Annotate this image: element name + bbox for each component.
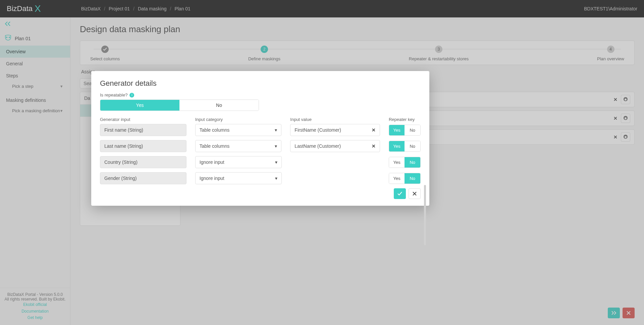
input-value-text: LastName (Customer) (294, 143, 341, 149)
clear-value-icon[interactable]: ✕ (372, 127, 376, 133)
input-category-select[interactable]: Table columns ▾ (195, 124, 282, 136)
input-row: Country (String) Ignore input ▾ Yes No (100, 156, 421, 168)
generator-input-name: First name (String) (100, 124, 186, 136)
header-input-category: Input category (195, 117, 282, 122)
repeater-no[interactable]: No (405, 125, 420, 135)
repeater-key-toggle: Yes No (389, 141, 421, 152)
input-category-value: Ignore input (200, 159, 224, 165)
input-category-value: Ignore input (200, 176, 224, 181)
repeater-key-toggle: Yes No (389, 157, 421, 168)
repeatable-toggle: Yes No (100, 100, 259, 111)
input-category-select[interactable]: Ignore input ▾ (195, 156, 282, 168)
header-repeater-key: Repeater key (389, 117, 421, 122)
chevron-down-icon: ▾ (275, 143, 277, 149)
input-row: Last name (String) Table columns ▾ LastN… (100, 140, 421, 152)
confirm-button[interactable] (394, 188, 406, 199)
chevron-down-icon: ▾ (275, 159, 277, 165)
input-value-text: FirstName (Customer) (294, 127, 341, 133)
generator-details-modal: Generator details Is repeatable? i Yes N… (91, 71, 429, 206)
modal-title: Generator details (100, 79, 421, 88)
input-category-select[interactable]: Ignore input ▾ (195, 172, 282, 184)
repeater-yes[interactable]: Yes (389, 141, 405, 151)
input-category-select[interactable]: Table columns ▾ (195, 140, 282, 152)
close-button[interactable] (409, 188, 421, 199)
header-input-value: Input value (290, 117, 380, 122)
generator-input-name: Country (String) (100, 156, 186, 168)
repeatable-yes[interactable]: Yes (100, 100, 179, 111)
input-value-field[interactable]: FirstName (Customer) ✕ (290, 124, 380, 136)
repeater-yes[interactable]: Yes (389, 125, 405, 135)
chevron-down-icon: ▾ (275, 127, 277, 133)
repeatable-label: Is repeatable? i (100, 92, 421, 97)
generator-input-name: Last name (String) (100, 140, 186, 152)
repeatable-no[interactable]: No (179, 100, 259, 111)
repeater-no[interactable]: No (405, 141, 420, 151)
modal-actions (100, 188, 421, 199)
modal-scrollbar[interactable] (424, 185, 426, 245)
header-generator-input: Generator input (100, 117, 186, 122)
info-icon[interactable]: i (129, 93, 134, 97)
clear-value-icon[interactable]: ✕ (372, 143, 376, 149)
input-category-value: Table columns (200, 143, 230, 149)
repeater-no[interactable]: No (405, 157, 420, 168)
input-row: First name (String) Table columns ▾ Firs… (100, 124, 421, 136)
repeater-key-toggle: Yes No (389, 173, 421, 184)
repeater-no[interactable]: No (405, 173, 420, 184)
grid-headers: Generator input Input category Input val… (100, 117, 421, 122)
input-row: Gender (String) Ignore input ▾ Yes No (100, 172, 421, 184)
chevron-down-icon: ▾ (275, 176, 277, 181)
repeater-yes[interactable]: Yes (389, 173, 405, 184)
generator-input-name: Gender (String) (100, 172, 186, 184)
input-category-value: Table columns (200, 127, 230, 133)
repeater-yes[interactable]: Yes (389, 157, 405, 168)
input-value-field[interactable]: LastName (Customer) ✕ (290, 140, 380, 152)
repeater-key-toggle: Yes No (389, 125, 421, 136)
